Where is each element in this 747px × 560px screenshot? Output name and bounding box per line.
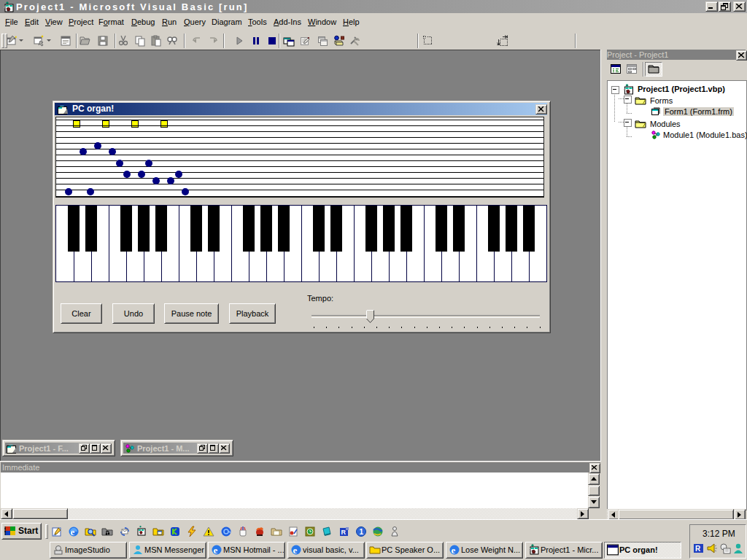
svg-text:e: e [71,526,75,537]
svg-text:e: e [452,545,456,556]
svg-text:R: R [341,529,347,536]
svg-text:e: e [214,545,218,556]
svg-text:R: R [695,545,701,553]
svg-text:1: 1 [360,528,364,536]
svg-text:e: e [293,545,298,556]
